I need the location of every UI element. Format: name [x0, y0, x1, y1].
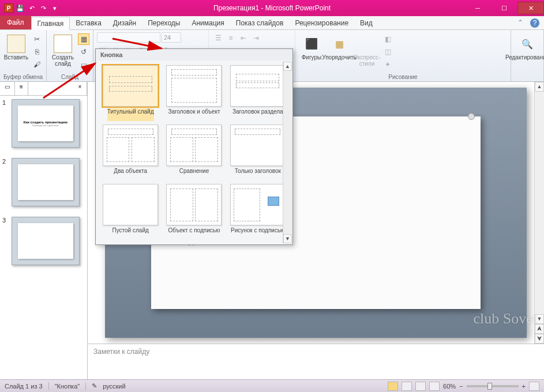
minimize-ribbon-icon[interactable]: ⌃: [517, 18, 527, 28]
tab-animation[interactable]: Анимация: [186, 16, 230, 29]
layout-title-only[interactable]: Только заголовок: [228, 125, 288, 180]
layout-title-content[interactable]: Заголовок и объект: [164, 65, 224, 121]
shape-outline-icon[interactable]: ◫: [382, 46, 393, 58]
find-button[interactable]: 🔍 Редактирование: [515, 32, 540, 80]
scroll-up-icon[interactable]: ▲: [283, 62, 292, 71]
layout-title-slide[interactable]: Титульный слайд: [100, 65, 160, 121]
scroll-up-icon[interactable]: ▲: [535, 82, 544, 92]
undo-icon[interactable]: ↶: [27, 3, 37, 13]
indent-inc-icon[interactable]: ⇥: [250, 32, 262, 44]
spellcheck-icon[interactable]: ✎: [92, 382, 97, 390]
group-label-drawing: Рисование: [299, 73, 507, 80]
save-icon[interactable]: 💾: [15, 3, 25, 13]
indent-dec-icon[interactable]: ⇤: [238, 32, 249, 44]
zoom-slider[interactable]: [467, 385, 519, 387]
quick-styles-button[interactable]: Экспресс-стили: [354, 32, 380, 73]
sorter-view-button[interactable]: [402, 382, 412, 391]
zoom-value[interactable]: 60%: [443, 383, 456, 390]
language-indicator[interactable]: русский: [103, 383, 125, 390]
tab-review[interactable]: Рецензирование: [289, 16, 354, 29]
thumbnails-tab[interactable]: ▭: [0, 82, 15, 95]
tab-home[interactable]: Главная: [31, 17, 70, 30]
numbering-icon[interactable]: ≡: [225, 32, 237, 44]
tab-view[interactable]: Вид: [354, 16, 378, 29]
layout-dropdown-icon[interactable]: ▦: [78, 33, 89, 45]
bullets-icon[interactable]: ☰: [212, 32, 224, 44]
slide-thumb-3[interactable]: 3: [2, 217, 85, 265]
layout-gallery-popup: Кнопка Титульный слайд Заголовок и объек…: [95, 48, 293, 245]
redo-icon[interactable]: ↷: [38, 3, 48, 13]
font-combo[interactable]: [97, 32, 160, 43]
binoculars-icon: 🔍: [518, 35, 537, 53]
pin-icon: [468, 113, 475, 120]
qat-dropdown-icon[interactable]: ▾: [50, 3, 60, 13]
shapes-button[interactable]: ⬛ Фигуры: [299, 32, 324, 73]
status-bar: Слайд 1 из 3 "Кнопка" ✎ русский 60% − +: [0, 379, 544, 392]
font-size-combo[interactable]: 24: [162, 32, 181, 43]
maximize-button[interactable]: ☐: [491, 2, 517, 14]
tab-transitions[interactable]: Переходы: [142, 16, 186, 29]
group-label-slides: Слайд: [50, 73, 89, 80]
group-label-editing: [515, 80, 540, 80]
layout-blank[interactable]: Пустой слайд: [100, 184, 160, 240]
quick-access-toolbar: P 💾 ↶ ↷ ▾: [0, 3, 60, 13]
slideshow-view-button[interactable]: [429, 382, 440, 391]
layout-picture-caption[interactable]: Рисунок с подписью: [228, 184, 288, 240]
layout-gallery-header: Кнопка: [96, 49, 292, 61]
format-painter-icon[interactable]: 🖌: [31, 59, 43, 70]
thumbnail-list: 1 Как создать презентациюРуководство к д…: [0, 96, 87, 379]
group-label-clipboard: Буфер обмена: [3, 73, 43, 80]
title-bar: P 💾 ↶ ↷ ▾ Презентация1 - Microsoft Power…: [0, 0, 544, 16]
tab-design[interactable]: Дизайн: [107, 16, 142, 29]
layout-comparison[interactable]: Сравнение: [164, 125, 224, 180]
close-button[interactable]: ✕: [517, 2, 544, 14]
app-icon[interactable]: P: [3, 3, 14, 13]
tab-insert[interactable]: Вставка: [70, 16, 107, 29]
zoom-in-button[interactable]: +: [522, 383, 526, 390]
paste-icon: [7, 35, 25, 53]
normal-view-button[interactable]: [388, 382, 398, 391]
shapes-icon: ⬛: [302, 35, 321, 53]
paste-button[interactable]: Вставить: [3, 32, 29, 73]
zoom-out-button[interactable]: −: [459, 383, 463, 390]
layout-section-header[interactable]: Заголовок раздела: [228, 65, 288, 121]
layout-content-caption[interactable]: Объект с подписью: [164, 184, 224, 240]
layout-scrollbar[interactable]: ▲ ▼: [283, 62, 292, 243]
cut-icon[interactable]: ✂: [31, 33, 43, 45]
reset-slide-icon[interactable]: ↺: [78, 46, 89, 58]
arrange-icon: ▦: [330, 35, 348, 53]
new-slide-button[interactable]: Создать слайд: [50, 32, 76, 73]
fit-window-button[interactable]: [529, 382, 539, 391]
section-icon[interactable]: ▭: [78, 59, 89, 70]
shape-effects-icon[interactable]: ✦: [382, 59, 393, 70]
ribbon-group-clipboard: Вставить ✂ ⎘ 🖌 Буфер обмена: [0, 30, 47, 81]
outline-tab[interactable]: ≡: [15, 82, 28, 95]
new-slide-icon: [54, 35, 72, 53]
window-controls: ─ ☐ ✕: [464, 2, 544, 14]
help-icon[interactable]: ?: [530, 18, 539, 28]
tab-slideshow[interactable]: Показ слайдов: [230, 16, 290, 29]
arrange-button[interactable]: ▦ Упорядочить: [327, 32, 352, 73]
slide-thumbnail-pane: ▭ ≡ × 1 Как создать презентациюРуководст…: [0, 82, 88, 379]
next-slide-icon[interactable]: ⮟: [535, 334, 544, 344]
notes-pane[interactable]: Заметки к слайду: [88, 344, 544, 379]
watermark: club Sovet: [474, 310, 538, 327]
copy-icon[interactable]: ⎘: [31, 46, 43, 58]
ribbon-group-slides: Создать слайд ▦ ↺ ▭ Слайд: [47, 30, 93, 81]
layout-two-content[interactable]: Два объекта: [100, 125, 160, 180]
ribbon-group-drawing: ⬛ Фигуры ▦ Упорядочить Экспресс-стили ◧ …: [295, 30, 511, 81]
close-pane-button[interactable]: ×: [73, 82, 87, 95]
slide-thumb-1[interactable]: 1 Как создать презентациюРуководство к д…: [2, 99, 85, 148]
thumbnail-tabs: ▭ ≡ ×: [0, 82, 87, 96]
minimize-button[interactable]: ─: [464, 2, 491, 14]
scroll-down-icon[interactable]: ▼: [283, 234, 292, 243]
tab-file[interactable]: Файл: [0, 16, 31, 29]
ribbon-tabs: Файл Главная Вставка Дизайн Переходы Ани…: [0, 16, 544, 30]
slide-thumb-2[interactable]: 2: [2, 158, 85, 206]
ribbon-group-editing: 🔍 Редактирование: [511, 30, 544, 81]
theme-name: "Кнопка": [55, 383, 80, 390]
window-title: Презентация1 - Microsoft PowerPoint: [213, 4, 331, 12]
vertical-scrollbar[interactable]: ▲ ▼ ⮝ ⮟: [534, 82, 544, 344]
reading-view-button[interactable]: [415, 382, 426, 391]
shape-fill-icon[interactable]: ◧: [382, 33, 393, 45]
